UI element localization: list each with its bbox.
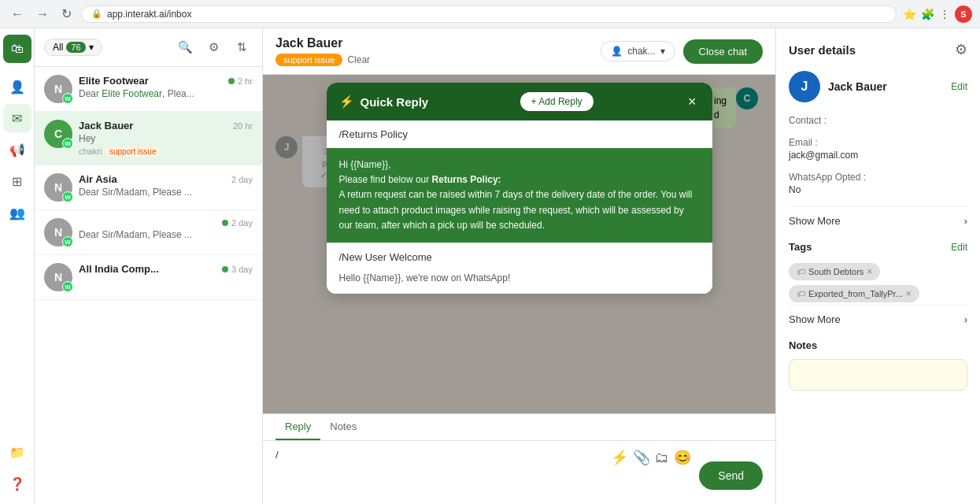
sidebar-item-profile[interactable]: 👤 <box>3 72 31 101</box>
tags-title: Tags <box>789 241 812 253</box>
back-btn[interactable]: ← <box>8 6 27 23</box>
conversation-list: All 76 ▾ 🔍 ⚙ ⇅ N W Elite Footwear 2 hr <box>35 28 263 504</box>
tag-south-debtors: 🏷 South Debtors × <box>789 263 880 280</box>
panel-header: User details ⚙ <box>789 41 967 58</box>
lightning-icon: ⚡ <box>339 94 354 109</box>
whatsapp-icon: W <box>62 236 73 247</box>
refresh-btn[interactable]: ↻ <box>58 5 75 23</box>
edit-tags-btn[interactable]: Edit <box>951 242 967 253</box>
qr-item-title: /Returns Policy <box>327 120 712 148</box>
conv-item[interactable]: C W Jack Bauer 20 hr Hey chakri support … <box>35 112 262 165</box>
profile-avatar[interactable]: S <box>955 6 972 23</box>
conv-content: 2 day Dear Sir/Madam, Please ... <box>79 218 253 240</box>
quick-reply-item[interactable]: /New User Welcome Hello {{Name}}, we're … <box>327 243 712 294</box>
extensions-btn[interactable]: 🧩 <box>921 8 934 20</box>
tag-icon: 🏷 <box>797 289 805 298</box>
tags-header: Tags Edit <box>789 241 967 253</box>
quick-reply-overlay: ⚡ Quick Reply + Add Reply × /Returns Pol… <box>263 75 775 413</box>
emoji-btn[interactable]: 😊 <box>674 449 691 466</box>
sidebar-item-contacts[interactable]: 👥 <box>3 198 31 227</box>
close-chat-btn[interactable]: Close chat <box>683 39 763 64</box>
notes-input[interactable] <box>789 359 967 391</box>
show-more-tags-btn[interactable]: Show More › <box>789 305 967 333</box>
send-btn[interactable]: Send <box>699 461 763 490</box>
sidebar-item-folders[interactable]: 📁 <box>3 438 31 466</box>
tag-exported: 🏷 Exported_from_TallyPr... × <box>789 285 919 302</box>
url-text: app.interakt.ai/inbox <box>107 9 191 20</box>
tab-notes[interactable]: Notes <box>320 414 366 440</box>
app-logo[interactable]: 🛍 <box>3 35 31 63</box>
chat-input[interactable]: / <box>276 449 603 496</box>
tab-reply[interactable]: Reply <box>276 414 320 440</box>
conv-preview: Hey <box>79 133 253 144</box>
search-btn[interactable]: 🔍 <box>174 36 196 58</box>
conv-item[interactable]: N W Air Asia 2 day Dear Sir/Madam, Pleas… <box>35 165 262 210</box>
conv-item[interactable]: N W All India Comp... 3 day <box>35 255 262 300</box>
support-tag-badge: support issue <box>276 54 342 66</box>
whatsapp-label: WhatsApp Opted : <box>789 172 967 183</box>
sort-btn[interactable]: ⇅ <box>231 36 253 58</box>
tag-label: South Debtors <box>808 267 864 276</box>
conv-count-badge: 76 <box>66 42 85 53</box>
edit-user-btn[interactable]: Edit <box>951 81 967 92</box>
filter-all-btn[interactable]: All 76 ▾ <box>44 39 102 56</box>
sidebar-item-grid[interactable]: ⊞ <box>3 167 31 195</box>
clear-tag-btn[interactable]: Clear <box>347 54 370 65</box>
chat-header-right: 👤 chak... ▾ Close chat <box>601 39 763 64</box>
conv-name: Jack Bauer <box>79 120 133 132</box>
add-reply-btn[interactable]: + Add Reply <box>520 92 594 111</box>
qr-item-preview: Hello {{Name}}, we're now on WhatsApp! <box>327 268 712 293</box>
quick-reply-close-btn[interactable]: × <box>685 94 700 110</box>
conv-item[interactable]: N W 2 day Dear Sir/Madam, Please ... <box>35 210 262 255</box>
panel-filter-btn[interactable]: ⚙ <box>955 41 967 58</box>
forward-btn[interactable]: → <box>33 6 52 23</box>
user-avatar: J <box>789 71 820 102</box>
conv-items: N W Elite Footwear 2 hr Dear Elite Footw… <box>35 67 262 504</box>
sidebar-item-inbox[interactable]: ✉ <box>3 104 31 132</box>
chat-header-left: Jack Bauer support issue Clear <box>276 36 370 66</box>
user-name: Jack Bauer <box>828 80 887 93</box>
quick-reply-modal: ⚡ Quick Reply + Add Reply × /Returns Pol… <box>327 83 712 294</box>
quick-reply-item[interactable]: /Returns Policy Hi {{Name}}, Please find… <box>327 120 712 243</box>
tag-remove-btn[interactable]: × <box>906 288 912 299</box>
bookmark-star-btn[interactable]: ⭐ <box>903 8 916 20</box>
contact-section: Contact : <box>789 115 967 126</box>
whatsapp-icon: W <box>62 281 73 292</box>
conv-list-header: All 76 ▾ 🔍 ⚙ ⇅ <box>35 28 262 67</box>
menu-btn[interactable]: ⋮ <box>939 8 950 20</box>
chat-header: Jack Bauer support issue Clear 👤 chak...… <box>263 28 775 75</box>
tag-icon: 🏷 <box>797 267 805 276</box>
panel-title: User details <box>789 43 856 57</box>
conv-item[interactable]: N W Elite Footwear 2 hr Dear Elite Footw… <box>35 67 262 112</box>
filter-icon-btn[interactable]: ⚙ <box>202 36 224 58</box>
conv-time: 20 hr <box>233 121 253 131</box>
chat-input-area: Reply Notes / ⚡ 📎 🗂 😊 Send <box>263 413 775 504</box>
avatar: N W <box>44 263 72 291</box>
notes-section: Notes <box>789 339 967 391</box>
contact-label: Contact : <box>789 115 967 126</box>
lightning-quick-reply-btn[interactable]: ⚡ <box>611 449 628 466</box>
conv-content: Air Asia 2 day Dear Sir/Madam, Please ..… <box>79 173 253 198</box>
avatar: N W <box>44 218 72 246</box>
conv-time: 2 day <box>222 218 253 228</box>
conv-preview: Dear Sir/Madam, Please ... <box>79 229 253 240</box>
tags-list: 🏷 South Debtors × 🏷 Exported_from_TallyP… <box>789 261 967 305</box>
assign-label: chak... <box>627 46 655 57</box>
conv-content: Jack Bauer 20 hr Hey chakri support issu… <box>79 120 253 157</box>
sidebar-item-help[interactable]: ❓ <box>3 469 31 498</box>
quick-reply-title: Quick Reply <box>361 95 429 109</box>
right-panel: User details ⚙ J Jack Bauer Edit Contact… <box>775 28 980 504</box>
template-btn[interactable]: 🗂 <box>655 450 669 466</box>
show-more-user-btn[interactable]: Show More › <box>789 206 967 235</box>
tag-remove-btn[interactable]: × <box>867 266 872 277</box>
email-label: Email : <box>789 137 967 148</box>
assign-btn[interactable]: 👤 chak... ▾ <box>601 41 675 61</box>
input-tabs: Reply Notes <box>263 414 775 441</box>
conv-time: 2 hr <box>228 76 253 86</box>
address-bar: 🔒 app.interakt.ai/inbox <box>81 6 897 23</box>
conv-time: 2 day <box>231 175 253 184</box>
tag-label: Exported_from_TallyPr... <box>808 289 903 298</box>
attachment-btn[interactable]: 📎 <box>633 449 650 466</box>
whatsapp-icon: W <box>62 191 73 202</box>
sidebar-item-campaigns[interactable]: 📢 <box>3 135 31 164</box>
